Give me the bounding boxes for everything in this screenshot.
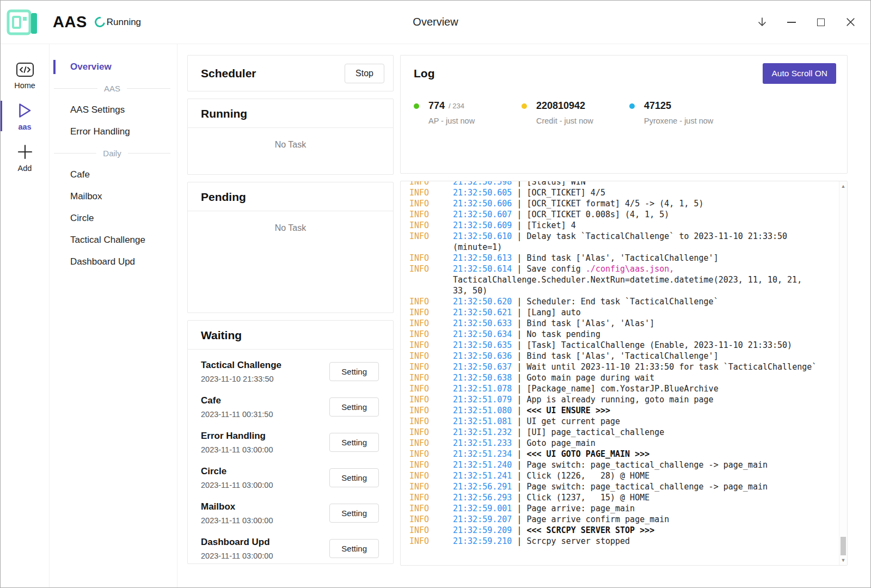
rail-item-home[interactable]: Home — [1, 55, 49, 95]
log-level: INFO — [409, 318, 453, 329]
log-timestamp: 21:32:51.233 — [453, 438, 512, 448]
log-level: INFO — [409, 351, 453, 362]
waiting-task-time: 2023-11-11 00:31:50 — [201, 410, 273, 419]
waiting-task-info: Mailbox2023-11-11 03:00:00 — [201, 501, 273, 525]
rail-item-label: aas — [18, 122, 31, 131]
task-setting-button[interactable]: Setting — [329, 539, 379, 558]
task-setting-button[interactable]: Setting — [329, 433, 379, 452]
waiting-task-row: Cafe2023-11-11 00:31:50Setting — [201, 389, 379, 425]
waiting-task-name: Tactical Challenge — [201, 360, 281, 371]
log-line: INFO21:32:50.606 | [OCR_TICKET format] 4… — [409, 198, 847, 209]
sidebar-item-error-handling[interactable]: Error Handling — [50, 121, 177, 143]
sidebar-menu: OverviewAASAAS SettingsError HandlingDai… — [50, 56, 177, 273]
sidebar-item-overview[interactable]: Overview — [50, 56, 177, 78]
waiting-task-row: Mailbox2023-11-11 03:00:00Setting — [201, 495, 379, 531]
waiting-task-info: Circle2023-11-11 03:00:00 — [201, 466, 273, 489]
log-line: INFO21:32:51.241 | Click (1226, 28) @ HO… — [409, 470, 847, 481]
waiting-task-row: Dashboard Upd2023-11-11 03:00:00Setting — [201, 531, 379, 566]
log-timestamp: 21:32:51.081 — [453, 416, 512, 426]
download-update-button[interactable] — [747, 1, 777, 44]
maximize-button[interactable] — [806, 1, 836, 44]
dashboard-stat: 47125Pyroxene - just now — [629, 100, 737, 125]
log-message: Page switch: page_tactical_challenge -> … — [526, 482, 768, 492]
scroll-down-icon[interactable]: ▼ — [839, 556, 847, 564]
sidebar-item-tactical-challenge[interactable]: Tactical Challenge — [50, 229, 177, 251]
log-timestamp: 21:32:50.609 — [453, 220, 512, 230]
stat-dot-icon — [414, 103, 419, 109]
stat-value: 220810942 — [536, 100, 585, 112]
rail-item-aas[interactable]: aas — [1, 95, 49, 137]
rail-item-label: Add — [18, 164, 32, 173]
sidebar-item-cafe[interactable]: Cafe — [50, 164, 177, 186]
scheduler-stop-button[interactable]: Stop — [345, 64, 384, 83]
log-timestamp: 21:32:59.209 — [453, 525, 512, 535]
log-level: INFO — [409, 427, 453, 438]
log-line: INFO21:32:50.613 | Bind task ['Alas', 'T… — [409, 253, 847, 264]
log-level: INFO — [409, 383, 453, 394]
waiting-task-time: 2023-11-11 03:00:00 — [201, 445, 273, 454]
log-message: <<< SCRCPY SERVER STOP >>> — [526, 525, 654, 535]
minimize-button[interactable] — [777, 1, 806, 44]
dashboard-stat: 220810942Credit - just now — [522, 100, 629, 125]
stat-value: 774 — [428, 100, 445, 112]
download-icon — [756, 16, 769, 29]
body-row: Home aas Add OverviewAASAA — [1, 44, 870, 587]
log-message: [Package_name] com.YostarJP.BlueArchive — [526, 384, 718, 394]
scheduler-status: Running — [95, 17, 141, 28]
log-level: INFO — [409, 372, 453, 383]
sidebar-item-mailbox[interactable]: Mailbox — [50, 186, 177, 207]
play-icon — [17, 102, 32, 119]
log-timestamp: 21:32:50.620 — [453, 297, 512, 307]
sidebar-item-dashboard-upd[interactable]: Dashboard Upd — [50, 251, 177, 273]
log-line: INFO21:32:50.607 | [OCR_TICKET 0.008s] (… — [409, 209, 847, 220]
app-window: AAS Running Overview — [0, 0, 871, 588]
waiting-task-name: Dashboard Upd — [201, 537, 273, 548]
log-message: [Status] WIN — [526, 181, 585, 187]
log-level: INFO — [409, 362, 453, 372]
log-message: <<< UI ENSURE >>> — [526, 406, 610, 415]
log-level: INFO — [409, 264, 453, 296]
log-message: [Task] TacticalChallenge (Enable, 2023-1… — [526, 340, 792, 350]
stat-dot-icon — [629, 103, 635, 109]
log-timestamp: 21:32:50.606 — [453, 199, 512, 209]
auto-scroll-button[interactable]: Auto Scroll ON — [763, 63, 836, 84]
sidebar-group-label: AAS — [104, 84, 120, 93]
log-timestamp: 21:32:51.240 — [453, 460, 512, 470]
log-timestamp: 21:32:50.610 — [453, 231, 512, 241]
log-line: INFO21:32:50.636 | Bind task ['Alas', 'T… — [409, 351, 847, 362]
log-timestamp: 21:32:51.078 — [453, 384, 512, 394]
sidebar-item-circle[interactable]: Circle — [50, 207, 177, 229]
task-setting-button[interactable]: Setting — [329, 397, 379, 416]
log-level: INFO — [409, 296, 453, 307]
log-level: INFO — [409, 394, 453, 405]
log-level: INFO — [409, 307, 453, 318]
running-empty-text: No Task — [188, 140, 393, 150]
waiting-task-time: 2023-11-11 03:00:00 — [201, 552, 273, 560]
task-setting-button[interactable]: Setting — [329, 504, 379, 523]
close-button[interactable] — [836, 1, 865, 44]
task-setting-button[interactable]: Setting — [329, 468, 379, 487]
task-setting-button[interactable]: Setting — [329, 362, 379, 381]
title-bar: AAS Running Overview — [1, 1, 870, 44]
nav-rail: Home aas Add — [1, 44, 50, 587]
rail-item-add[interactable]: Add — [1, 137, 49, 178]
log-line: INFO21:32:59.209 | <<< SCRCPY SERVER STO… — [409, 525, 847, 536]
log-message: Goto main page during wait — [526, 373, 654, 383]
log-line: INFO21:32:51.078 | [Package_name] com.Yo… — [409, 383, 847, 394]
log-scrollbar[interactable]: ▲ ▼ — [839, 181, 847, 565]
log-timestamp: 21:32:50.635 — [453, 340, 512, 350]
running-title: Running — [201, 107, 247, 120]
log-level: INFO — [409, 514, 453, 525]
waiting-task-info: Error Handling2023-11-11 03:00:00 — [201, 431, 273, 454]
log-line: INFO21:32:50.621 | [Lang] auto — [409, 307, 847, 318]
log-line: INFO21:32:50.635 | [Task] TacticalChalle… — [409, 340, 847, 351]
pending-card: Pending No Task — [187, 182, 394, 313]
log-message: ./config\aas.json, — [586, 264, 674, 274]
log-timestamp: 21:32:59.210 — [453, 536, 512, 546]
sidebar-item-aas-settings[interactable]: AAS Settings — [50, 99, 177, 121]
log-level: INFO — [409, 481, 453, 492]
log-line: INFO21:32:59.001 | Page arrive: page_mai… — [409, 503, 847, 514]
scroll-up-icon[interactable]: ▲ — [839, 182, 847, 190]
running-card: Running No Task — [187, 99, 394, 175]
scroll-thumb[interactable] — [841, 537, 846, 555]
